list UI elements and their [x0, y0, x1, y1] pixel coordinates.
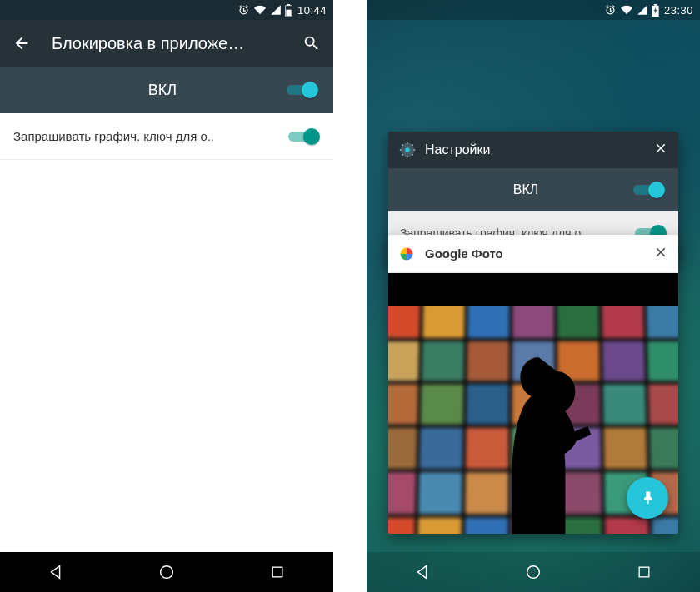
card-title-photos: Google Фото: [425, 246, 643, 261]
recents-stack: Настройки ВКЛ Запрашивать графич. ключ д…: [388, 132, 678, 534]
status-bar-right: 23:30: [367, 0, 700, 20]
setting-label: Запрашивать графич. ключ для о..: [13, 129, 214, 143]
wifi-icon: [620, 4, 633, 16]
back-button[interactable]: [8, 30, 35, 57]
status-time-left: 10:44: [298, 4, 327, 17]
master-toggle-label: ВКЛ: [40, 82, 285, 99]
card-settings-master-row: ВКЛ: [388, 168, 678, 211]
svg-point-9: [407, 142, 408, 144]
nav-back-button[interactable]: [44, 560, 68, 584]
status-bar-left: 10:44: [0, 0, 333, 20]
nav-back-button[interactable]: [411, 560, 434, 584]
photos-top-bar: [388, 273, 678, 306]
master-toggle-switch[interactable]: [285, 80, 318, 100]
status-time-right: 23:30: [664, 4, 693, 17]
card-header-photos: Google Фото: [388, 235, 678, 273]
signal-icon: [270, 4, 282, 16]
pin-app-button[interactable]: [627, 477, 668, 519]
signal-icon: [637, 4, 648, 16]
app-bar-title: Блокировка в приложе…: [52, 34, 282, 53]
search-button[interactable]: [298, 30, 325, 57]
nav-home-button[interactable]: [522, 560, 545, 584]
wifi-icon: [253, 4, 267, 16]
svg-point-3: [161, 566, 173, 579]
svg-point-12: [413, 149, 415, 151]
svg-point-10: [407, 156, 408, 157]
svg-rect-18: [639, 567, 649, 577]
alarm-icon: [604, 4, 617, 17]
svg-rect-2: [286, 9, 291, 16]
app-bar: Блокировка в приложе…: [0, 20, 333, 67]
master-toggle-row[interactable]: ВКЛ: [0, 67, 333, 113]
svg-point-15: [402, 154, 403, 156]
card-settings-master-toggle: [632, 180, 665, 200]
person-silhouette: [472, 351, 605, 534]
phone-right-screenshot: 23:30 Настройки ВКЛ Запрашивать граф: [367, 0, 700, 592]
alarm-icon: [238, 4, 250, 17]
nav-bar-left: [0, 552, 333, 592]
svg-point-13: [402, 144, 403, 146]
close-card-settings[interactable]: [653, 141, 668, 159]
svg-rect-4: [272, 567, 282, 577]
svg-point-16: [412, 154, 413, 156]
close-card-photos[interactable]: [653, 245, 668, 263]
svg-rect-6: [654, 4, 657, 6]
phone-left-screenshot: 10:44 Блокировка в приложе… ВКЛ Запрашив…: [0, 0, 333, 592]
photos-preview-image: [388, 306, 678, 534]
battery-icon: [285, 4, 292, 17]
svg-rect-1: [288, 4, 290, 6]
setting-toggle-switch[interactable]: [287, 127, 320, 147]
svg-point-8: [405, 147, 410, 152]
nav-recents-button[interactable]: [266, 560, 289, 584]
svg-point-14: [412, 144, 413, 146]
settings-app-icon: [398, 141, 417, 159]
screenshot-gap: [333, 0, 367, 592]
nav-recents-button[interactable]: [632, 560, 656, 584]
nav-bar-right: [367, 552, 700, 592]
setting-row-pattern[interactable]: Запрашивать графич. ключ для о..: [0, 113, 333, 160]
svg-point-11: [400, 149, 402, 151]
google-photos-app-icon: [398, 246, 415, 262]
battery-charging-icon: [652, 4, 659, 17]
recents-card-photos[interactable]: Google Фото: [388, 235, 678, 534]
card-title-settings: Настройки: [425, 142, 645, 157]
card-header-settings: Настройки: [388, 132, 678, 168]
nav-home-button[interactable]: [155, 560, 178, 584]
card-settings-master-label: ВКЛ: [420, 182, 632, 197]
svg-point-17: [528, 566, 540, 579]
